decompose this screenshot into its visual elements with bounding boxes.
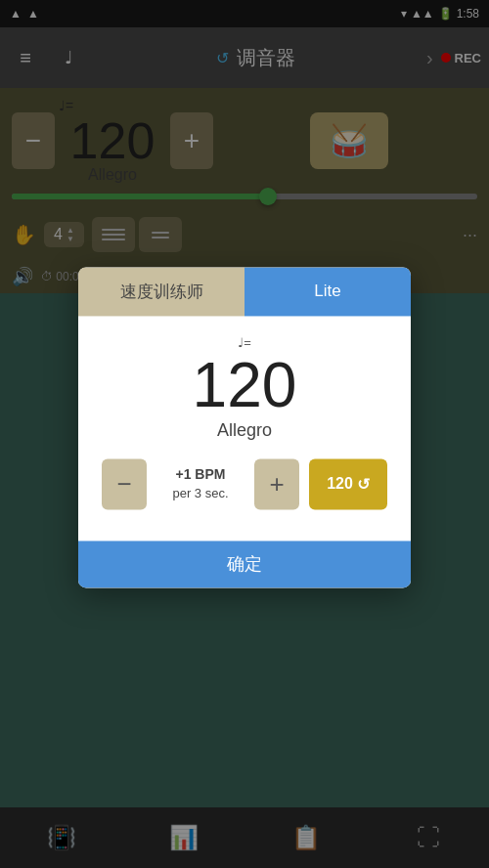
dialog-increase-button[interactable]: + (254, 458, 299, 509)
dialog-bpm-row: − +1 BPM per 3 sec. + 120 ↺ (102, 458, 387, 509)
dialog-bpm-note: ♩= (102, 335, 387, 350)
tempo-trainer-dialog: 速度训练师 Lite ♩= 120 Allegro − +1 BPM per 3… (78, 267, 411, 587)
dialog-reset-button[interactable]: 120 ↺ (309, 458, 387, 509)
dialog-tabs: 速度训练师 Lite (78, 267, 411, 316)
dialog-bpm-change-label: +1 BPM per 3 sec. (156, 466, 244, 503)
dialog-tempo-label: Allegro (102, 420, 387, 441)
tab-lite[interactable]: Lite (244, 267, 411, 316)
dialog-decrease-button[interactable]: − (102, 458, 147, 509)
reset-icon: ↺ (357, 475, 370, 494)
dialog-content: ♩= 120 Allegro − +1 BPM per 3 sec. + 120… (78, 316, 411, 541)
reset-value: 120 (327, 475, 353, 493)
dialog-bpm-value: 120 (102, 354, 387, 416)
dialog-confirm-button[interactable]: 确定 (78, 541, 411, 587)
tab-tempo-trainer[interactable]: 速度训练师 (78, 267, 244, 316)
